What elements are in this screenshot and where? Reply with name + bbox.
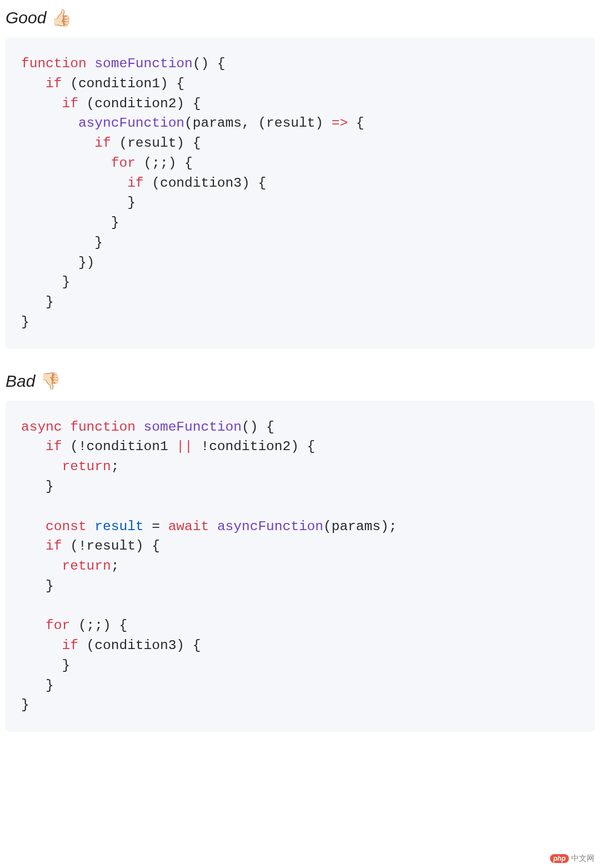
code-token: [21, 459, 62, 474]
code-token: =: [144, 519, 168, 534]
code-token: [21, 519, 46, 534]
code-token: if: [46, 76, 62, 91]
code-token: [21, 215, 111, 230]
code-token: [21, 678, 46, 693]
code-token: () {: [242, 420, 274, 435]
code-token: (condition3) {: [144, 176, 267, 191]
code-token: (!result) {: [62, 538, 160, 553]
code-token: [21, 558, 62, 573]
code-token: (params);: [323, 519, 397, 534]
good-code-block: function someFunction() { if (condition1…: [6, 37, 594, 349]
code-token: [21, 479, 46, 494]
code-token: }: [111, 215, 119, 230]
code-token: [21, 439, 46, 454]
code-token: [21, 618, 46, 633]
code-token: () {: [193, 56, 226, 71]
code-token: (params, (result): [184, 116, 332, 131]
code-token: }: [62, 275, 71, 290]
code-token: for: [111, 156, 136, 171]
code-token: ;: [111, 558, 119, 573]
code-token: [21, 96, 62, 111]
code-token: if: [62, 638, 78, 653]
code-token: (condition1) {: [62, 76, 185, 91]
code-token: if: [127, 176, 143, 191]
code-token: function: [21, 56, 87, 71]
code-token: const: [46, 519, 87, 534]
code-token: }: [94, 235, 103, 250]
code-token: [21, 195, 127, 210]
code-token: [21, 578, 46, 593]
code-token: [21, 275, 62, 290]
code-token: =>: [332, 116, 348, 131]
code-token: }): [78, 255, 94, 270]
code-token: [21, 136, 94, 151]
code-token: someFunction: [144, 420, 242, 435]
code-token: [21, 255, 78, 270]
code-token: [21, 638, 62, 653]
code-token: if: [46, 439, 62, 454]
code-token: [209, 519, 217, 534]
code-token: {: [348, 116, 364, 131]
code-token: (result) {: [111, 136, 201, 151]
code-token: [21, 116, 78, 131]
code-token: if: [46, 538, 62, 553]
thumbs-down-icon: 👎🏻: [40, 372, 61, 390]
code-token: await: [168, 519, 209, 534]
code-token: if: [94, 136, 111, 151]
code-token: [21, 658, 62, 673]
code-token: [21, 295, 46, 310]
code-token: (condition2) {: [78, 96, 201, 111]
code-token: }: [46, 295, 54, 310]
code-token: [21, 235, 94, 250]
good-heading: Good 👍🏻: [6, 8, 594, 27]
code-token: }: [127, 195, 136, 210]
bad-heading: Bad 👎🏻: [6, 371, 594, 391]
code-token: if: [62, 96, 78, 111]
bad-code-block: async function someFunction() { if (!con…: [6, 401, 594, 732]
code-token: (condition3) {: [78, 638, 201, 653]
code-token: return: [62, 558, 111, 573]
code-token: }: [46, 479, 54, 494]
code-token: [21, 156, 111, 171]
code-token: async: [21, 420, 62, 435]
code-token: return: [62, 459, 111, 474]
code-token: }: [21, 315, 29, 330]
code-token: function: [70, 420, 136, 435]
code-token: (!condition1: [62, 439, 177, 454]
code-token: (;;) {: [136, 156, 193, 171]
bad-label: Bad: [6, 372, 35, 390]
code-token: [21, 538, 46, 553]
thumbs-up-icon: 👍🏻: [51, 8, 72, 27]
code-token: ||: [176, 439, 192, 454]
code-token: [21, 176, 127, 191]
code-token: someFunction: [94, 56, 192, 71]
good-label: Good: [6, 8, 46, 27]
code-token: for: [46, 618, 70, 633]
code-token: (;;) {: [70, 618, 127, 633]
code-token: }: [62, 658, 71, 673]
code-token: asyncFunction: [217, 519, 323, 534]
code-token: ;: [111, 459, 119, 474]
code-token: result: [94, 519, 143, 534]
code-token: !condition2) {: [193, 439, 316, 454]
code-token: asyncFunction: [78, 116, 184, 131]
code-token: }: [21, 697, 29, 712]
code-token: }: [46, 678, 54, 693]
code-token: [21, 76, 46, 91]
code-token: }: [46, 578, 54, 593]
